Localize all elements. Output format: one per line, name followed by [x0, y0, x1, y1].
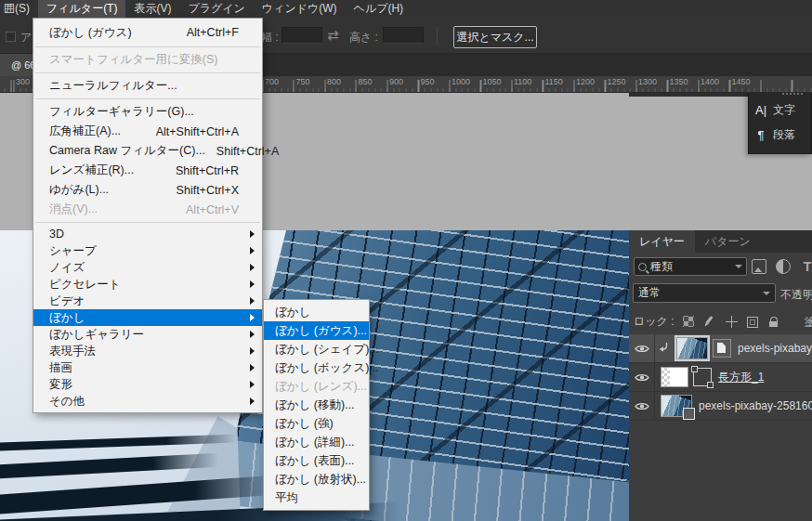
menubar-item-1[interactable]: フィルター(T) — [38, 0, 125, 18]
lock-image-pixels-icon[interactable] — [702, 315, 716, 329]
blend-mode-dropdown[interactable]: 通常 — [633, 283, 776, 303]
ruler-tick-label: 1400 — [701, 77, 719, 86]
ruler-tick-label: 1350 — [670, 77, 688, 86]
blur-submenu-item-1[interactable]: ぼかし (ガウス)... — [264, 321, 369, 340]
menubar-item-0[interactable]: 囲(S) — [0, 0, 38, 18]
menu-item-shortcut: Alt+Shift+Ctrl+A — [156, 125, 239, 138]
blur-submenu-item-2[interactable]: ぼかし (シェイプ)... — [264, 340, 369, 358]
layer-search-dropdown[interactable]: 種類 — [634, 257, 747, 276]
menu-item-label: ぼかし (レンズ)... — [275, 379, 367, 395]
menu-item-shortcut: Alt+Ctrl+V — [186, 203, 239, 216]
filter-menu-item-10[interactable]: ゆがみ(L)... Shift+Ctrl+X — [33, 180, 262, 200]
width-input[interactable] — [282, 27, 322, 44]
menu-item-label: レンズ補正(R)... — [49, 163, 164, 178]
layer-name[interactable]: pexels-pixabay-258160 — [699, 399, 812, 412]
menu-separator — [35, 98, 260, 99]
submenu-arrow-icon — [250, 297, 255, 305]
lock-all-icon[interactable] — [766, 315, 780, 329]
character-panel-icon: A| — [749, 103, 773, 117]
menubar-item-2[interactable]: 表示(V) — [125, 0, 179, 18]
layer-list: pexels-pixabay-258160 長方形_1 — [629, 334, 812, 421]
menu-item-label: 平均 — [275, 490, 334, 506]
layer-thumbnail[interactable] — [661, 367, 688, 387]
layer-row-1[interactable]: 長方形_1 — [629, 363, 812, 392]
character-panel-label: 文字 — [773, 102, 795, 118]
character-panel-item[interactable]: A| 文字 — [749, 98, 811, 123]
anti-alias-checkbox[interactable] — [6, 32, 16, 42]
blur-submenu-item-3[interactable]: ぼかし (ボックス)... — [264, 358, 369, 377]
filter-menu-item-21[interactable]: 描画 — [33, 359, 262, 376]
menu-item-label: ぼかし (ガウス)... — [275, 323, 367, 339]
filter-menu-item-4[interactable]: ニューラルフィルター... — [33, 76, 262, 96]
filter-menu-item-17[interactable]: ビデオ — [33, 293, 262, 309]
blur-submenu-item-0[interactable]: ぼかし — [264, 303, 369, 321]
filter-menu-item-19[interactable]: ぼかしギャラリー — [33, 326, 262, 343]
layer-thumbnail[interactable] — [676, 337, 708, 359]
document-thumbnail-icon — [2, 59, 8, 71]
blur-submenu-item-5[interactable]: ぼかし (移動)... — [264, 396, 369, 414]
type-layer-filter-icon[interactable]: T — [800, 259, 812, 274]
menu-separator — [35, 72, 260, 73]
lock-position-icon[interactable] — [725, 315, 739, 329]
paragraph-panel-icon: ¶ — [749, 128, 773, 142]
height-input[interactable] — [383, 27, 424, 44]
submenu-arrow-icon — [250, 347, 255, 355]
submenu-arrow-icon — [250, 314, 255, 321]
tab-patterns[interactable]: パターン — [695, 230, 761, 253]
ruler-tick-label: 1250 — [608, 77, 626, 86]
layer-visibility-toggle[interactable] — [629, 363, 655, 391]
layer-visibility-toggle[interactable] — [629, 392, 655, 420]
submenu-arrow-icon — [250, 364, 255, 371]
blur-submenu-item-8[interactable]: ぼかし (表面)... — [264, 451, 369, 470]
ruler-tick-label: 1100 — [514, 77, 531, 86]
menu-item-label: フィルターギャラリー(G)... — [49, 104, 228, 120]
lock-transparent-pixels-icon[interactable] — [683, 316, 694, 327]
layer-filter-icons: T — [752, 259, 812, 274]
menubar-item-3[interactable]: プラグイン — [179, 0, 253, 18]
filter-menu-item-2[interactable]: スマートフィルター用に変換(S) — [33, 50, 262, 70]
layer-visibility-toggle[interactable] — [629, 334, 655, 362]
filter-menu-item-23[interactable]: その他 — [33, 393, 262, 410]
blur-submenu-item-10[interactable]: 平均 — [264, 488, 369, 507]
filter-menu-item-0[interactable]: ぼかし (ガウス) Alt+Ctrl+F — [33, 21, 262, 44]
filter-menu-item-15[interactable]: ノイズ — [33, 259, 262, 276]
layer-thumbnail[interactable] — [661, 395, 692, 417]
lock-artboard-icon[interactable] — [747, 317, 758, 328]
menu-item-label: ぼかし (ガウス) — [49, 25, 176, 41]
ruler-tick-label: 1300 — [638, 77, 657, 86]
blur-submenu-item-7[interactable]: ぼかし (詳細)... — [264, 433, 369, 451]
adjustment-layer-filter-icon[interactable] — [776, 259, 791, 274]
menu-item-shortcut: Shift+Ctrl+X — [177, 184, 239, 197]
submenu-arrow-icon — [250, 247, 255, 254]
filter-menu-item-18[interactable]: ぼかし — [33, 309, 262, 326]
layer-row-2[interactable]: pexels-pixabay-258160 — [629, 392, 812, 421]
filter-menu-item-6[interactable]: フィルターギャラリー(G)... — [33, 102, 262, 122]
blur-submenu-item-6[interactable]: ぼかし (強) — [264, 414, 369, 433]
filter-menu-item-14[interactable]: シャープ — [33, 242, 262, 259]
filter-menu-item-9[interactable]: レンズ補正(R)... Shift+Ctrl+R — [33, 161, 262, 180]
menubar-item-5[interactable]: ヘルプ(H) — [346, 0, 413, 18]
menu-item-label: 表現手法 — [49, 344, 228, 359]
tab-layers[interactable]: レイヤー — [629, 230, 695, 253]
filter-menu-dropdown: ぼかし (ガウス) Alt+Ctrl+F スマートフィルター用に変換(S) ニュ… — [33, 18, 263, 413]
layer-name[interactable]: pexels-pixabay-258160 — [738, 342, 812, 355]
blur-submenu-item-9[interactable]: ぼかし (放射状)... — [264, 470, 369, 488]
blur-submenu-item-4[interactable]: ぼかし (レンズ)... — [264, 377, 369, 396]
filter-menu-item-7[interactable]: 広角補正(A)... Alt+Shift+Ctrl+A — [33, 122, 262, 141]
filter-menu-item-16[interactable]: ピクセレート — [33, 276, 262, 293]
menu-item-label: ぼかし (移動)... — [275, 397, 355, 413]
select-and-mask-button[interactable]: 選択とマスク... — [453, 26, 537, 48]
layer-name[interactable]: 長方形_1 — [718, 370, 764, 385]
pixel-layer-filter-icon[interactable] — [752, 259, 766, 274]
filter-menu-item-11[interactable]: 消点(V)... Alt+Ctrl+V — [33, 200, 262, 219]
ruler-tick-label: 1200 — [576, 77, 595, 86]
panel-grip-icon[interactable] — [782, 93, 805, 95]
menubar-item-4[interactable]: ウィンドウ(W) — [254, 0, 346, 18]
paragraph-panel-item[interactable]: ¶ 段落 — [749, 123, 811, 148]
filter-menu-item-20[interactable]: 表現手法 — [33, 343, 262, 359]
swap-width-height-icon[interactable]: ⇄ — [327, 27, 339, 44]
filter-menu-item-22[interactable]: 変形 — [33, 376, 262, 393]
layer-row-0[interactable]: pexels-pixabay-258160 — [629, 334, 812, 363]
filter-menu-item-8[interactable]: Camera Raw フィルター(C)... Shift+Ctrl+A — [33, 141, 262, 161]
filter-menu-item-13[interactable]: 3D — [33, 226, 262, 242]
